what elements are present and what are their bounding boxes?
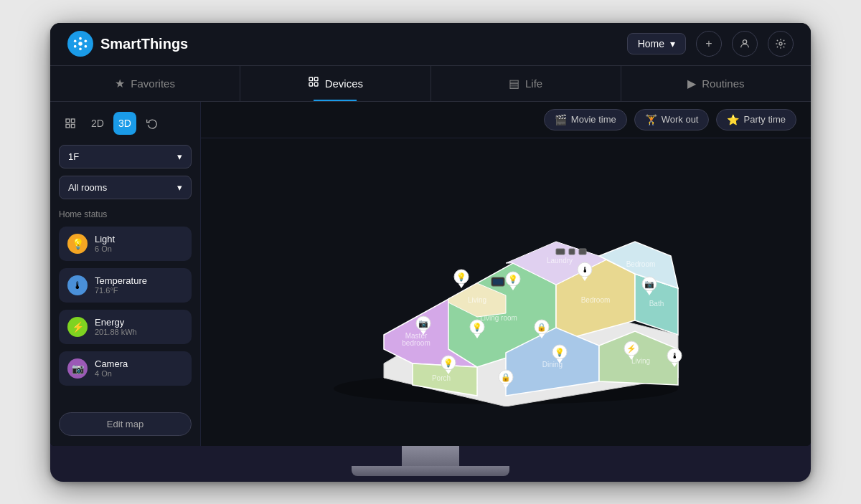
svg-text:bedroom: bedroom	[402, 339, 430, 347]
svg-text:Living: Living	[631, 357, 650, 365]
svg-point-3	[74, 40, 77, 43]
tv-screen: SmartThings Home ▾ +	[50, 23, 811, 446]
svg-text:Laundry: Laundry	[547, 257, 573, 265]
tv-frame: SmartThings Home ▾ +	[50, 23, 811, 482]
user-button[interactable]	[732, 31, 758, 57]
home-status-label: Home status	[59, 209, 192, 219]
status-temperature[interactable]: 🌡 Temperature 71.6°F	[59, 268, 192, 303]
tab-favorites[interactable]: ★ Favorites	[50, 66, 240, 101]
app-name: SmartThings	[100, 36, 188, 52]
floor-plan-area: Master bedroom Living room Bedroom Bath	[201, 138, 811, 446]
workout-icon: 🏋	[645, 114, 657, 125]
svg-point-5	[74, 45, 77, 48]
light-icon: 💡	[67, 234, 88, 254]
svg-marker-42	[458, 284, 464, 288]
svg-point-0	[78, 42, 83, 46]
devices-icon	[308, 76, 319, 90]
svg-text:💡: 💡	[555, 347, 565, 357]
history-view-button[interactable]	[141, 112, 164, 135]
svg-rect-79	[569, 249, 575, 255]
tv-stand-base	[352, 466, 509, 476]
svg-text:💡: 💡	[508, 274, 518, 284]
svg-text:📷: 📷	[644, 279, 654, 289]
floor-plan-container: Master bedroom Living room Bedroom Bath	[305, 177, 707, 406]
quick-action-pills: 🎬 Movie time 🏋 Work out ⭐ Party time	[544, 109, 796, 130]
add-button[interactable]: +	[696, 31, 722, 57]
svg-point-8	[779, 42, 782, 45]
party-icon: ⭐	[727, 114, 739, 125]
work-out-pill[interactable]: 🏋 Work out	[634, 109, 710, 130]
svg-text:🔒: 🔒	[537, 322, 547, 332]
life-icon: ▤	[509, 77, 519, 90]
room-selector[interactable]: All rooms ▾	[59, 176, 192, 199]
sidebar: 2D 3D 1F ▾	[50, 102, 201, 446]
svg-text:Bedroom: Bedroom	[626, 260, 656, 268]
status-energy[interactable]: ⚡ Energy 201.88 kWh	[59, 310, 192, 344]
tab-routines[interactable]: ▶ Routines	[621, 66, 811, 101]
tab-devices[interactable]: Devices	[240, 66, 430, 101]
svg-point-4	[85, 40, 88, 43]
right-content: 🎬 Movie time 🏋 Work out ⭐ Party time	[201, 102, 811, 446]
svg-text:🔒: 🔒	[501, 372, 511, 382]
logo-area: SmartThings	[67, 31, 627, 57]
movie-time-pill[interactable]: 🎬 Movie time	[544, 109, 627, 130]
tab-life[interactable]: ▤ Life	[431, 66, 621, 101]
favorites-icon: ★	[115, 77, 125, 90]
svg-rect-77	[493, 279, 503, 285]
svg-text:🌡: 🌡	[581, 265, 589, 274]
svg-text:💡: 💡	[443, 358, 453, 368]
main-content: 2D 3D 1F ▾	[50, 102, 811, 446]
svg-rect-78	[556, 249, 565, 255]
svg-text:💡: 💡	[456, 272, 466, 282]
svg-text:Living: Living	[468, 296, 486, 304]
svg-point-6	[85, 45, 88, 48]
svg-rect-16	[71, 124, 75, 128]
smartthings-logo	[67, 31, 93, 57]
device-pin: 💡	[454, 270, 469, 288]
svg-rect-9	[309, 77, 313, 81]
view-controls: 2D 3D	[59, 112, 192, 135]
svg-rect-13	[66, 119, 70, 123]
tv-stand-neck	[402, 446, 459, 466]
svg-rect-11	[309, 82, 313, 86]
edit-map-button[interactable]: Edit map	[59, 412, 192, 436]
status-camera[interactable]: 📷 Camera 4 On	[59, 351, 192, 386]
header: SmartThings Home ▾ +	[50, 23, 811, 66]
svg-rect-14	[71, 119, 75, 123]
svg-point-1	[79, 37, 82, 40]
svg-point-7	[743, 40, 746, 44]
energy-icon: ⚡	[67, 317, 88, 337]
svg-rect-15	[66, 124, 70, 128]
party-time-pill[interactable]: ⭐ Party time	[716, 109, 796, 130]
svg-rect-12	[314, 82, 318, 86]
header-controls: Home ▾ +	[627, 31, 794, 57]
svg-rect-10	[314, 77, 318, 81]
svg-text:💡: 💡	[472, 322, 482, 332]
location-selector[interactable]: Home ▾	[627, 33, 686, 54]
quick-actions-bar: 🎬 Movie time 🏋 Work out ⭐ Party time	[201, 102, 811, 138]
svg-text:⚡: ⚡	[626, 343, 636, 353]
svg-text:Porch: Porch	[432, 374, 451, 382]
svg-text:📷: 📷	[418, 318, 428, 328]
svg-text:Bath: Bath	[649, 300, 664, 308]
grid-view-button[interactable]	[59, 112, 82, 135]
camera-icon: 📷	[67, 358, 88, 379]
status-light[interactable]: 💡 Light 6 On	[59, 227, 192, 261]
movie-icon: 🎬	[555, 114, 567, 125]
settings-button[interactable]	[768, 31, 794, 57]
svg-point-2	[79, 48, 82, 51]
routines-icon: ▶	[687, 77, 696, 90]
2d-view-button[interactable]: 2D	[86, 112, 109, 135]
3d-view-button[interactable]: 3D	[113, 112, 136, 135]
navigation-tabs: ★ Favorites Devices ▤ Life	[50, 66, 811, 102]
temperature-icon: 🌡	[67, 275, 88, 295]
svg-rect-80	[579, 249, 586, 255]
svg-text:Bedroom: Bedroom	[581, 296, 611, 304]
svg-text:🌡: 🌡	[671, 351, 679, 360]
floor-selector[interactable]: 1F ▾	[59, 145, 192, 168]
